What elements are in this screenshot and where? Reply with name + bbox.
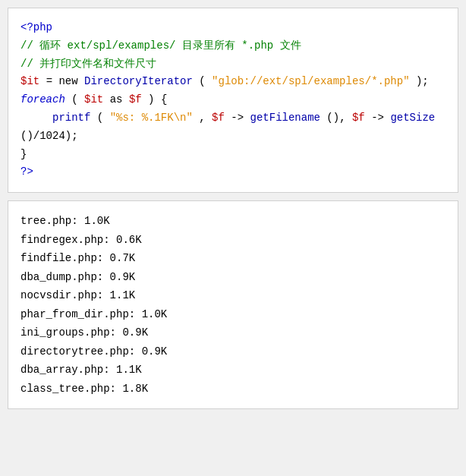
output-line: class_tree.php: 1.8K (20, 380, 446, 399)
code-line-comment1: // 循环 ext/spl/examples/ 目录里所有 *.php 文件 (20, 37, 446, 55)
php-close-tag: ?> (20, 165, 33, 178)
func-printf: printf (52, 112, 90, 124)
code-line-comment2: // 并打印文件名和文件尺寸 (20, 55, 446, 74)
var-f: $f (129, 93, 142, 106)
code-line-php-close: ?> (20, 163, 446, 181)
var-it-foreach: $it (84, 93, 103, 106)
var-it: $it (20, 75, 39, 87)
code-line-brace: } (20, 146, 446, 164)
func-getfilename: getFilename (250, 112, 320, 124)
output-line: phar_from_dir.php: 1.0K (20, 305, 446, 324)
output-line: dba_array.php: 1.1K (20, 361, 446, 380)
output-line: directorytree.php: 0.9K (20, 342, 446, 361)
func-getsize: getSize (390, 112, 435, 124)
output-line: findregex.php: 0.6K (20, 231, 446, 250)
string-glob: "glob://ext/spl/examples/*.php" (212, 75, 409, 87)
code-line-4: foreach ( $it as $f ) { (20, 91, 446, 109)
output-line: nocvsdir.php: 1.1K (20, 286, 446, 305)
output-line: dba_dump.php: 0.9K (20, 268, 446, 287)
code-line-3: $it = new DirectoryIterator ( "glob://ex… (20, 73, 446, 91)
php-open-tag: <?php (20, 21, 52, 33)
code-block: <?php // 循环 ext/spl/examples/ 目录里所有 *.ph… (8, 8, 458, 193)
var-f-getsize: $f (352, 112, 365, 124)
code-line-5: printf ( "%s: %.1FK\n" , $f -> getFilena… (20, 109, 446, 146)
close-brace: } (20, 148, 27, 160)
output-line: tree.php: 1.0K (20, 212, 446, 231)
comment2: // 并打印文件名和文件尺寸 (20, 58, 156, 70)
var-f-getfilename: $f (212, 112, 225, 124)
output-line: findfile.php: 0.7K (20, 249, 446, 268)
func-directoryiterator: DirectoryIterator (84, 75, 193, 87)
output-line: ini_groups.php: 0.9K (20, 323, 446, 342)
code-line-php-open: <?php (20, 19, 446, 37)
string-format: "%s: %.1FK\n" (110, 112, 193, 124)
output-block: tree.php: 1.0Kfindregex.php: 0.6Kfindfil… (8, 200, 458, 409)
keyword-foreach: foreach (20, 93, 65, 106)
comment1: // 循环 ext/spl/examples/ 目录里所有 *.php 文件 (20, 39, 301, 52)
